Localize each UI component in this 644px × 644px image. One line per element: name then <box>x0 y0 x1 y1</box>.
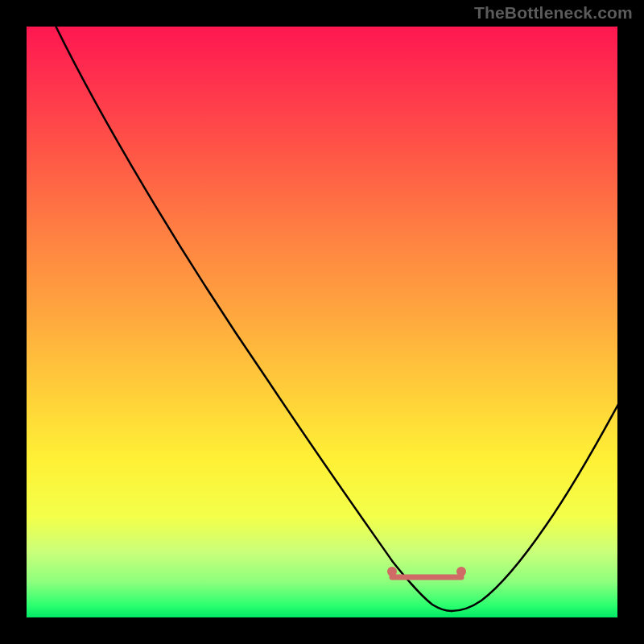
right-curve <box>452 397 617 611</box>
chart-svg <box>27 27 617 617</box>
plot-area <box>27 27 617 617</box>
marker-dot-left <box>387 567 397 576</box>
chart-frame: TheBottleneck.com <box>0 0 644 644</box>
left-curve <box>54 27 452 611</box>
attribution-text: TheBottleneck.com <box>474 3 633 23</box>
marker-dot-right <box>456 567 466 576</box>
